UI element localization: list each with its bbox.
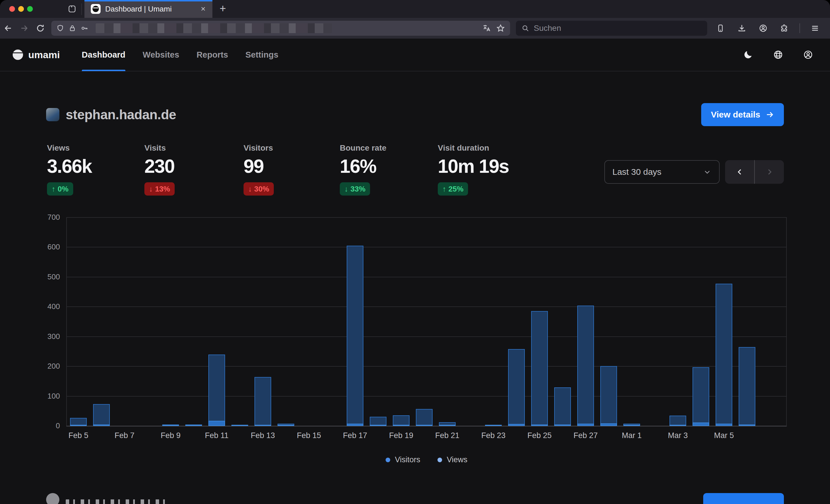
visitors-bar[interactable] <box>278 425 294 426</box>
previous-period-button[interactable] <box>725 160 754 184</box>
nav-item-settings[interactable]: Settings <box>245 38 278 71</box>
visitors-bar[interactable] <box>577 424 594 426</box>
visitors-bar[interactable] <box>231 425 248 426</box>
menu-icon[interactable] <box>809 21 821 36</box>
visitors-bar[interactable] <box>624 425 640 426</box>
nav-item-dashboard[interactable]: Dashboard <box>82 38 125 71</box>
account-icon[interactable] <box>757 21 769 36</box>
second-view-details-button[interactable] <box>703 493 784 504</box>
date-range-value: Last 30 days <box>612 167 662 177</box>
close-tab-icon[interactable]: × <box>199 4 207 13</box>
browser-tab[interactable]: Dashboard | Umami × <box>85 0 213 18</box>
metric-change-badge: ↓33% <box>340 182 370 196</box>
trend-down-icon: ↓ <box>248 184 252 194</box>
visitors-bar[interactable] <box>508 424 525 426</box>
trend-up-icon: ↑ <box>52 184 55 194</box>
metric-value: 230 <box>145 157 174 176</box>
sidebar-toggle-icon[interactable] <box>67 4 77 13</box>
second-website-favicon <box>46 493 59 504</box>
views-bar[interactable] <box>693 367 709 426</box>
visitors-bar[interactable] <box>254 425 271 426</box>
translate-icon[interactable] <box>482 24 491 33</box>
back-icon[interactable] <box>0 21 16 36</box>
date-range-select[interactable]: Last 30 days <box>604 160 720 184</box>
visitors-bar[interactable] <box>693 423 709 426</box>
visitors-bar[interactable] <box>185 425 202 426</box>
gridline <box>66 396 787 397</box>
nav-item-reports[interactable]: Reports <box>196 38 228 71</box>
minimize-window-button[interactable] <box>18 6 24 12</box>
views-bar[interactable] <box>715 284 732 426</box>
views-bar[interactable] <box>554 388 571 426</box>
new-tab-button[interactable]: + <box>217 3 229 14</box>
extensions-icon[interactable] <box>778 21 791 36</box>
views-bar[interactable] <box>209 355 225 426</box>
shield-icon[interactable] <box>57 25 64 32</box>
second-website-header <box>46 493 784 504</box>
x-axis-tick: Mar 3 <box>655 431 701 440</box>
downloads-icon[interactable] <box>735 21 748 36</box>
search-input[interactable]: Suchen <box>516 21 707 36</box>
views-bar[interactable] <box>600 366 617 426</box>
visitors-bar[interactable] <box>416 425 433 426</box>
x-axis-tick: Feb 19 <box>378 431 424 440</box>
close-window-button[interactable] <box>9 6 15 12</box>
y-axis-tick: 100 <box>40 392 60 401</box>
language-globe-icon[interactable] <box>772 49 784 61</box>
x-axis-tick: Feb 7 <box>101 431 148 440</box>
x-axis-tick: Feb 13 <box>240 431 286 440</box>
views-bar[interactable] <box>669 415 686 426</box>
views-bar[interactable] <box>739 347 755 426</box>
lock-icon[interactable] <box>69 25 76 32</box>
view-details-button[interactable]: View details <box>701 103 784 126</box>
visitors-bar[interactable] <box>370 425 386 426</box>
umami-logo-icon[interactable] <box>13 49 23 60</box>
visitors-bar[interactable] <box>70 425 87 426</box>
views-bar[interactable] <box>347 246 363 426</box>
visitors-bar[interactable] <box>162 425 179 426</box>
visitors-bar[interactable] <box>669 425 686 426</box>
reload-icon[interactable] <box>32 21 49 36</box>
metric-bounce-rate: Bounce rate 16% ↓33% <box>340 143 438 196</box>
visitors-bar[interactable] <box>93 425 110 426</box>
metric-value: 10m 19s <box>438 157 509 176</box>
metric-change-value: 13% <box>155 184 170 194</box>
views-bar[interactable] <box>531 311 548 426</box>
visitors-bar[interactable] <box>485 425 502 426</box>
legend-item-views[interactable]: Views <box>438 455 468 464</box>
visitors-bar[interactable] <box>554 425 571 426</box>
next-period-button[interactable] <box>755 160 784 184</box>
traffic-bar-chart[interactable]: 0100200300400500600700Feb 5Feb 7Feb 9Feb… <box>66 217 787 426</box>
visitors-bar[interactable] <box>739 425 755 426</box>
url-bar[interactable] <box>51 21 510 36</box>
views-bar[interactable] <box>254 377 271 426</box>
visitors-bar[interactable] <box>347 424 363 426</box>
views-bar[interactable] <box>393 415 410 426</box>
arrow-right-icon <box>765 110 774 119</box>
views-bar[interactable] <box>93 404 110 426</box>
visitors-bar[interactable] <box>531 425 548 426</box>
gridline <box>66 366 787 367</box>
y-axis-tick: 0 <box>40 421 60 430</box>
bookmark-star-icon[interactable] <box>496 24 505 33</box>
brand-wordmark[interactable]: umami <box>28 49 60 61</box>
device-sync-icon[interactable] <box>714 21 727 36</box>
main-nav: Dashboard Websites Reports Settings <box>82 38 278 71</box>
forward-icon[interactable] <box>16 21 32 36</box>
visitors-bar[interactable] <box>600 423 617 426</box>
metric-label: Visit duration <box>438 143 489 153</box>
visitors-bar[interactable] <box>715 424 732 426</box>
x-axis-tick: Mar 1 <box>609 431 655 440</box>
zoom-window-button[interactable] <box>27 6 33 12</box>
profile-icon[interactable] <box>802 49 814 61</box>
metric-change-badge: ↑25% <box>438 182 468 196</box>
views-bar[interactable] <box>416 409 433 426</box>
nav-item-websites[interactable]: Websites <box>143 38 179 71</box>
visitors-bar[interactable] <box>209 421 225 426</box>
visitors-bar[interactable] <box>439 425 456 426</box>
views-bar[interactable] <box>577 306 594 426</box>
legend-item-visitors[interactable]: Visitors <box>386 455 420 464</box>
theme-moon-icon[interactable] <box>742 49 754 61</box>
views-bar[interactable] <box>508 349 525 426</box>
visitors-bar[interactable] <box>393 425 410 426</box>
